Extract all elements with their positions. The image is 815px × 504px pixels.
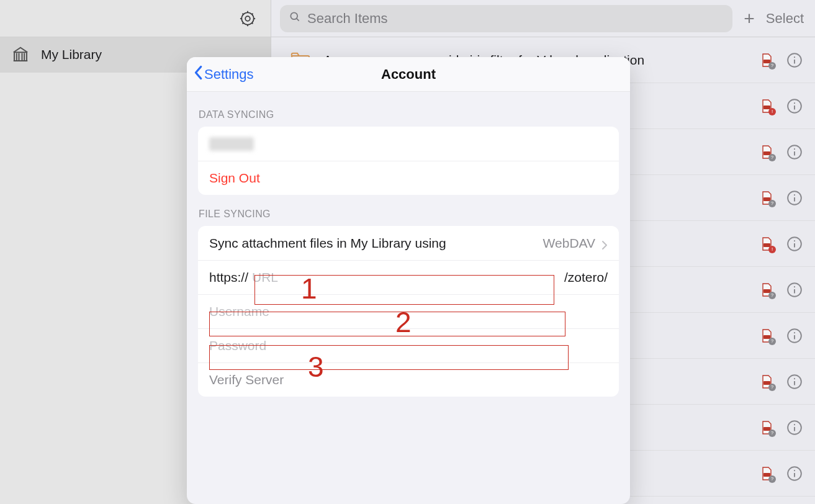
verify-server-button[interactable]: Verify Server [198, 362, 619, 397]
back-button[interactable]: Settings [193, 65, 254, 84]
sync-method-label: Sync attachment files in My Library usin… [209, 236, 446, 251]
section-data-syncing-label: DATA SYNCING [187, 96, 630, 127]
modal-body: DATA SYNCING Sign Out FILE SYNCING Sync … [187, 92, 630, 397]
sync-method-row[interactable]: Sync attachment files in My Library usin… [198, 226, 619, 260]
sync-method-value: WebDAV [543, 236, 595, 251]
webdav-password-input[interactable] [209, 333, 608, 358]
webdav-username-row [198, 294, 619, 328]
back-label: Settings [204, 66, 254, 83]
webdav-password-row [198, 328, 619, 362]
sign-out-button[interactable]: Sign Out [198, 161, 619, 195]
app-root: My Library Search Items + Select A groov… [0, 0, 815, 504]
chevron-left-icon [193, 65, 203, 84]
webdav-username-input[interactable] [209, 299, 608, 324]
account-username-blur [209, 137, 254, 151]
webdav-url-input[interactable] [252, 265, 561, 290]
section-file-syncing-label: FILE SYNCING [187, 195, 630, 226]
webdav-url-row: https:// /zotero/ [198, 260, 619, 294]
file-syncing-card: Sync attachment files in My Library usin… [198, 226, 619, 397]
modal-title: Account [381, 66, 436, 83]
data-syncing-card: Sign Out [198, 127, 619, 195]
url-suffix: /zotero/ [564, 270, 608, 285]
account-username-row[interactable] [198, 127, 619, 161]
account-modal: Settings Account DATA SYNCING Sign Out F… [187, 57, 630, 504]
chevron-right-icon [601, 238, 608, 248]
modal-header: Settings Account [187, 57, 630, 92]
url-prefix: https:// [209, 270, 248, 285]
